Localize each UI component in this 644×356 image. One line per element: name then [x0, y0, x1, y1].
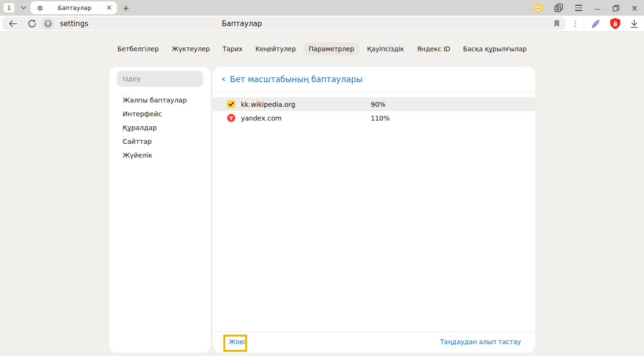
- sidebar-item-system[interactable]: Жүйелік: [109, 149, 211, 162]
- bookmark-flag-icon: [554, 20, 560, 28]
- hamburger-icon: [575, 5, 582, 6]
- action-highlight-box: [223, 335, 247, 352]
- sidebar-item-interface[interactable]: Интерфейс: [109, 107, 211, 121]
- feather-icon: [590, 18, 601, 29]
- yandex-favicon-icon: Y: [227, 114, 235, 122]
- protect-button[interactable]: [609, 18, 621, 30]
- lite-mode-button[interactable]: [590, 18, 601, 29]
- active-browser-tab[interactable]: ⚙ Баптаулар ×: [30, 1, 117, 14]
- tab-settings[interactable]: Параметрлер: [303, 42, 360, 56]
- browser-menu-button[interactable]: [573, 3, 584, 13]
- site-row-kk-wikipedia[interactable]: kk.wikipedia.org 90%: [213, 97, 535, 111]
- downloads-button[interactable]: [629, 18, 640, 29]
- profile-avatar[interactable]: [533, 3, 544, 13]
- panel-footer: Жою Таңдаудан алып тастау: [213, 331, 535, 353]
- window-restore-button[interactable]: [611, 3, 621, 13]
- tab-yandex-id[interactable]: Яндекс ID: [411, 42, 456, 56]
- tab-other-devices[interactable]: Басқа құрылғылар: [457, 42, 532, 56]
- back-button[interactable]: [8, 19, 18, 28]
- tab-downloads[interactable]: Жүктеулер: [166, 42, 215, 56]
- back-arrow-icon: [9, 20, 17, 27]
- sidebar-item-sites[interactable]: Сайттар: [109, 135, 211, 149]
- tab-close-icon[interactable]: ×: [106, 4, 112, 11]
- chevron-down-icon: [21, 6, 26, 9]
- omnibox-more-button[interactable]: ⋮: [570, 19, 580, 28]
- reload-icon: [28, 19, 36, 28]
- new-tab-button[interactable]: +: [120, 2, 132, 13]
- search-input[interactable]: [117, 71, 203, 87]
- page-zoom-settings-panel: ‹ Бет масштабының баптаулары kk.wikipedi…: [213, 67, 535, 353]
- tab-history[interactable]: Тарих: [217, 42, 248, 56]
- tab-extensions[interactable]: Кеңейтулер: [250, 42, 301, 56]
- yandex-site-icon: Y: [44, 20, 52, 28]
- site-row-yandex[interactable]: Y yandex.com 110%: [213, 111, 535, 125]
- download-icon: [629, 18, 640, 29]
- avatar-icon: [534, 3, 543, 13]
- deselect-all-link[interactable]: Таңдаудан алып тастау: [440, 338, 521, 346]
- panel-header: ‹ Бет масштабының баптаулары: [213, 67, 535, 92]
- sidebar-item-general[interactable]: Жалпы баптаулар: [109, 94, 211, 107]
- tab-list-dropdown-button[interactable]: [18, 2, 29, 13]
- window-close-button[interactable]: ×: [629, 3, 640, 13]
- tab-bookmarks[interactable]: Бетбелгілер: [112, 42, 164, 56]
- shield-lock-icon: [609, 18, 621, 30]
- bookmark-flag-button[interactable]: [552, 19, 561, 28]
- address-bar: Y settings Баптаулар ⋮: [0, 16, 644, 31]
- page-title: Баптаулар: [192, 19, 292, 28]
- collections-icon: [554, 3, 564, 13]
- check-icon: [229, 102, 234, 106]
- restore-icon: [613, 5, 619, 11]
- url-text[interactable]: settings: [60, 19, 88, 28]
- settings-sidebar: Жалпы баптаулар Интерфейс Құралдар Сайтт…: [109, 67, 211, 353]
- zoom-value: 110%: [371, 114, 390, 122]
- collections-button[interactable]: [553, 3, 564, 13]
- window-minimize-button[interactable]: [592, 3, 603, 13]
- omnibox[interactable]: Y settings Баптаулар: [2, 17, 566, 30]
- site-name: kk.wikipedia.org: [241, 101, 371, 108]
- site-favicon-badge[interactable]: Y: [42, 18, 54, 29]
- sidebar-section-list: Жалпы баптаулар Интерфейс Құралдар Сайтт…: [109, 94, 211, 162]
- row-checkbox-checked[interactable]: [227, 100, 235, 108]
- sidebar-item-tools[interactable]: Құралдар: [109, 121, 211, 135]
- browser-tab-bar: 1 ⚙ Баптаулар × +: [0, 0, 644, 16]
- settings-nav-tabs: Бетбелгілер Жүктеулер Тарих Кеңейтулер П…: [0, 42, 644, 56]
- reload-button[interactable]: [27, 19, 37, 28]
- toolbar-divider: [584, 19, 584, 28]
- tab-title: Баптаулар: [43, 4, 106, 11]
- settings-gear-icon: ⚙: [37, 5, 43, 11]
- minimize-icon: [595, 9, 600, 10]
- zoom-value: 90%: [371, 101, 385, 108]
- settings-page: Бетбелгілер Жүктеулер Тарих Кеңейтулер П…: [0, 31, 644, 356]
- panel-title[interactable]: Бет масштабының баптаулары: [230, 75, 363, 84]
- tab-security[interactable]: Қауіпсіздік: [361, 42, 410, 56]
- site-name: yandex.com: [241, 114, 371, 122]
- tab-counter-button[interactable]: 1: [3, 2, 15, 13]
- back-chevron-icon[interactable]: ‹: [221, 74, 226, 84]
- site-zoom-list: kk.wikipedia.org 90% Y yandex.com 110%: [213, 97, 535, 125]
